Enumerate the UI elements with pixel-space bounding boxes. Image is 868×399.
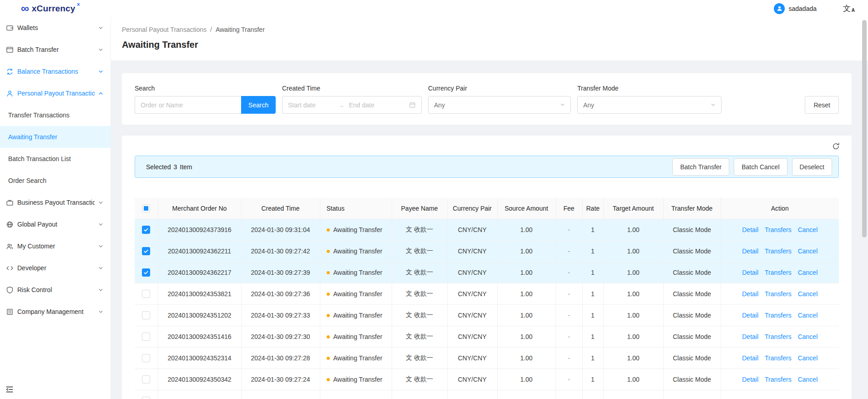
row-checkbox[interactable] <box>142 397 150 399</box>
reset-button[interactable]: Reset <box>805 96 839 114</box>
status-text: Awaiting Transfer <box>333 226 383 233</box>
transfers-link[interactable]: Transfers <box>765 376 792 383</box>
company-management-icon <box>5 308 14 316</box>
sidebar-item-global-payout[interactable]: Global Payout <box>0 213 111 235</box>
chevron-down-icon <box>98 244 103 249</box>
cell-payee-name: 文 收款一 <box>392 369 447 390</box>
sidebar-item-label: Global Payout <box>17 221 95 228</box>
sidebar-menu: WalletsBatch TransferBalance Transaction… <box>0 17 111 323</box>
cancel-link[interactable]: Cancel <box>798 333 818 340</box>
batch-cancel-button[interactable]: Batch Cancel <box>734 158 787 176</box>
row-checkbox[interactable] <box>142 311 150 319</box>
selection-bar: Selected 3 Item Batch Transfer Batch Can… <box>135 156 839 178</box>
status-dot-icon <box>327 335 330 338</box>
cell-order-no <box>158 390 241 399</box>
cancel-link[interactable]: Cancel <box>798 290 818 298</box>
detail-link[interactable]: Detail <box>742 312 758 319</box>
translate-icon[interactable]: 文A <box>843 5 851 12</box>
deselect-button[interactable]: Deselect <box>792 158 832 176</box>
cell-order-no: 202401300924351416 <box>158 326 241 347</box>
sidebar-item-wallets[interactable]: Wallets <box>0 17 111 39</box>
cancel-link[interactable]: Cancel <box>798 312 818 319</box>
header-right: sadadada 文A <box>774 3 851 14</box>
transfers-link[interactable]: Transfers <box>765 312 792 319</box>
cancel-link[interactable]: Cancel <box>798 247 818 255</box>
vertical-scrollbar[interactable] <box>862 18 867 397</box>
row-checkbox[interactable] <box>142 226 150 234</box>
row-checkbox[interactable] <box>142 268 150 277</box>
detail-link[interactable]: Detail <box>742 376 758 383</box>
sidebar-item-business-payout-transactions[interactable]: Business Payout Transactions <box>0 192 111 213</box>
cancel-link[interactable]: Cancel <box>798 354 818 362</box>
row-checkbox[interactable] <box>142 290 150 298</box>
row-checkbox[interactable] <box>142 333 150 341</box>
sidebar-subitem-batch-transaction-list[interactable]: Batch Transaction List <box>0 148 111 170</box>
sidebar-item-batch-transfer[interactable]: Batch Transfer <box>0 39 111 61</box>
cell-transfer-mode: Classic Mode <box>663 262 721 283</box>
sidebar-item-risk-control[interactable]: Risk Control <box>0 279 111 301</box>
main-content: Personal Payout Transactions / Awaiting … <box>111 17 868 399</box>
detail-link[interactable]: Detail <box>742 290 758 298</box>
brand-logo[interactable]: ∞ xCurrency × <box>21 3 80 14</box>
breadcrumb-separator: / <box>210 26 212 33</box>
cell-transfer-mode: Classic Mode <box>663 219 721 240</box>
user-menu[interactable]: sadadada <box>774 3 817 14</box>
cell-status: Awaiting Transfer <box>320 283 392 304</box>
detail-link[interactable]: Detail <box>742 226 758 233</box>
transfers-link[interactable]: Transfers <box>765 354 792 362</box>
cell-created-time: 2024-01-30 09:27:28 <box>241 347 320 369</box>
date-range-picker[interactable]: Start date → End date <box>282 96 422 114</box>
detail-link[interactable]: Detail <box>742 333 758 340</box>
chevron-down-icon <box>98 309 103 314</box>
cell-order-no: 202401300924373916 <box>158 219 241 240</box>
cell-fee: - <box>555 262 582 283</box>
cell-source-amount: 1.00 <box>497 283 555 304</box>
search-input[interactable] <box>135 96 241 114</box>
transfers-link[interactable]: Transfers <box>765 226 792 233</box>
transfers-link[interactable]: Transfers <box>765 269 792 276</box>
my-customer-icon <box>5 242 14 250</box>
batch-transfer-button[interactable]: Batch Transfer <box>672 158 729 176</box>
transfers-link[interactable]: Transfers <box>765 333 792 340</box>
status-text: Awaiting Transfer <box>333 269 383 276</box>
breadcrumb-parent[interactable]: Personal Payout Transactions <box>122 26 207 33</box>
currency-pair-filter: Currency Pair Any <box>428 84 571 114</box>
cell-actions: DetailTransfersCancel <box>721 347 839 369</box>
sidebar-subitem-transfer-transactions[interactable]: Transfer Transactions <box>0 104 111 126</box>
transfers-link[interactable]: Transfers <box>765 290 792 298</box>
sidebar-item-balance-transactions[interactable]: Balance Transactions <box>0 61 111 82</box>
transfers-link[interactable]: Transfers <box>765 247 792 255</box>
row-checkbox[interactable] <box>142 354 150 362</box>
cell-fee: - <box>555 369 582 390</box>
cell-source-amount: 1.00 <box>497 262 555 283</box>
table-row: 2024013009243512022024-01-30 09:27:33Awa… <box>135 304 839 326</box>
cancel-link[interactable]: Cancel <box>798 269 818 276</box>
menu-fold-icon[interactable] <box>5 385 14 394</box>
balance-transactions-icon <box>5 67 14 76</box>
transfer-mode-select[interactable]: Any <box>577 96 722 114</box>
select-all-checkbox[interactable] <box>142 204 150 212</box>
sidebar-item-personal-payout-transactions[interactable]: Personal Payout Transactions <box>0 82 111 104</box>
sidebar-item-label: Risk Control <box>17 286 95 293</box>
cancel-link[interactable]: Cancel <box>798 376 818 383</box>
sidebar-item-my-customer[interactable]: My Customer <box>0 235 111 257</box>
created-time-label: Created Time <box>282 84 422 92</box>
cell-actions: DetailTransfersCancel <box>721 369 839 390</box>
detail-link[interactable]: Detail <box>742 247 758 255</box>
detail-link[interactable]: Detail <box>742 354 758 362</box>
cell-currency-pair: CNY/CNY <box>447 369 497 390</box>
scrollbar-thumb[interactable] <box>862 20 867 237</box>
cell-rate: 1 <box>582 219 603 240</box>
cancel-link[interactable]: Cancel <box>798 226 818 233</box>
sidebar-subitem-order-search[interactable]: Order Search <box>0 170 111 192</box>
search-button[interactable]: Search <box>241 96 276 114</box>
currency-pair-select[interactable]: Any <box>428 96 571 114</box>
row-checkbox[interactable] <box>142 247 150 255</box>
cell-currency-pair <box>447 390 497 399</box>
sidebar-item-company-management[interactable]: Company Management <box>0 301 111 323</box>
row-checkbox[interactable] <box>142 375 150 384</box>
reload-icon[interactable] <box>832 142 840 150</box>
sidebar-item-developer[interactable]: Developer <box>0 257 111 279</box>
detail-link[interactable]: Detail <box>742 269 758 276</box>
sidebar-subitem-awaiting-transfer[interactable]: Awaiting Transfer <box>0 126 111 148</box>
